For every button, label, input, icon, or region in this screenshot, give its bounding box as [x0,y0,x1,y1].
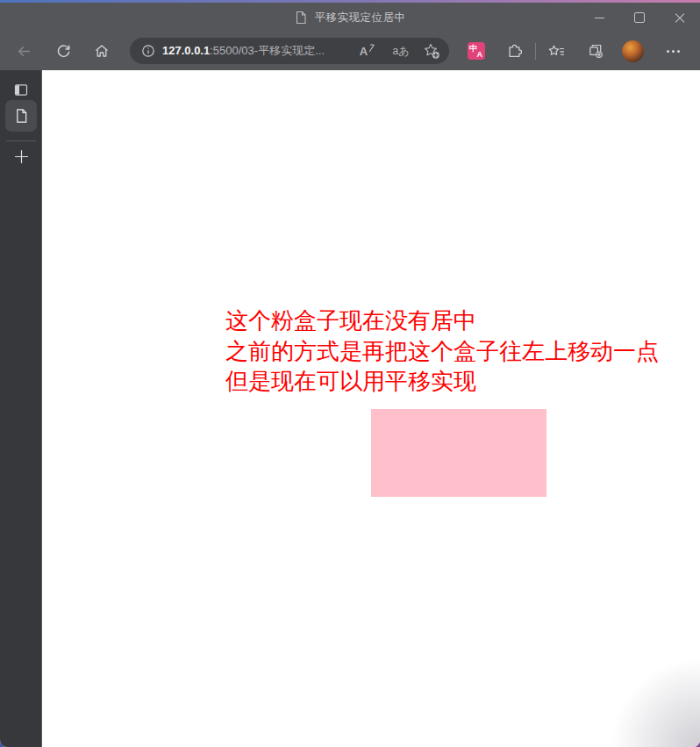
minimize-icon [595,18,604,18]
toolbar: 127.0.0.1:5500/03-平移实现定... A aあ 中 [0,32,700,70]
page-text-line-3: 但是现在可以用平移实现 [225,366,659,397]
url-host: 127.0.0.1 [162,44,210,57]
info-icon [141,44,155,58]
maximize-button[interactable] [619,3,660,32]
url-path: :5500/03-平移实现定... [210,44,325,57]
url-text: 127.0.0.1:5500/03-平移实现定... [162,38,325,64]
favorites-icon [548,44,565,59]
minimize-button[interactable] [579,3,619,32]
tab-actions-icon [14,83,28,97]
maximize-icon [634,12,645,23]
extensions-puzzle-icon [507,44,522,59]
vertical-tabs-sidebar [0,70,42,747]
avatar[interactable] [622,40,644,62]
window-controls [579,3,700,32]
new-tab-plus-icon [14,149,29,164]
more-icon [667,50,669,53]
close-icon [675,12,685,23]
translate-extension-icon[interactable]: 中 A [468,42,485,60]
add-favorite-button[interactable] [421,38,442,64]
window-title: 平移实现定位居中 [315,11,406,25]
back-icon [17,44,32,59]
page-text: 这个粉盒子现在没有居中 之前的方式是再把这个盒子往左上移动一点 但是现在可以用平… [225,305,659,397]
close-button[interactable] [660,3,700,32]
window-corner-shadow [560,607,700,747]
home-icon [94,43,110,59]
page-icon [295,11,307,25]
read-aloud-wave-icon [368,44,375,53]
refresh-icon [56,44,71,59]
collections-button[interactable] [582,37,610,65]
window-body: 这个粉盒子现在没有居中 之前的方式是再把这个盒子往左上移动一点 但是现在可以用平… [0,70,700,747]
translate-extension-en: A [477,50,483,59]
more-icon-dot [672,50,675,53]
titlebar: 平移实现定位居中 [0,3,700,32]
toolbar-divider [535,43,536,60]
refresh-button[interactable] [49,37,77,65]
home-button[interactable] [88,37,116,65]
pink-box [371,409,546,497]
settings-more-button[interactable] [659,37,687,65]
active-tab-page-icon [15,108,28,124]
add-favorite-icon [423,42,440,60]
active-tab[interactable] [5,100,37,132]
read-aloud-icon: A [360,45,368,58]
extensions-button[interactable] [500,37,528,65]
page-content: 这个粉盒子现在没有居中 之前的方式是再把这个盒子往左上移动一点 但是现在可以用平… [42,70,700,747]
browser-window: 平移实现定位居中 [0,0,700,747]
read-aloud-button[interactable]: A [356,38,379,64]
page-text-line-1: 这个粉盒子现在没有居中 [225,305,659,336]
page-text-line-2: 之前的方式是再把这个盒子往左上移动一点 [225,336,659,367]
favorites-button[interactable] [542,37,570,65]
tab-title-group: 平移实现定位居中 [295,11,406,25]
address-bar[interactable]: 127.0.0.1:5500/03-平移实现定... A aあ [130,38,449,64]
more-icon-dot [677,50,680,53]
sidebar-divider [6,140,36,141]
new-tab-button[interactable] [12,147,30,165]
back-button[interactable] [10,37,38,65]
translate-icon: aあ [393,44,410,59]
translate-button[interactable]: aあ [389,38,412,64]
site-info-button[interactable] [140,38,156,64]
collections-icon [588,43,604,59]
tab-actions-button[interactable] [12,82,30,97]
